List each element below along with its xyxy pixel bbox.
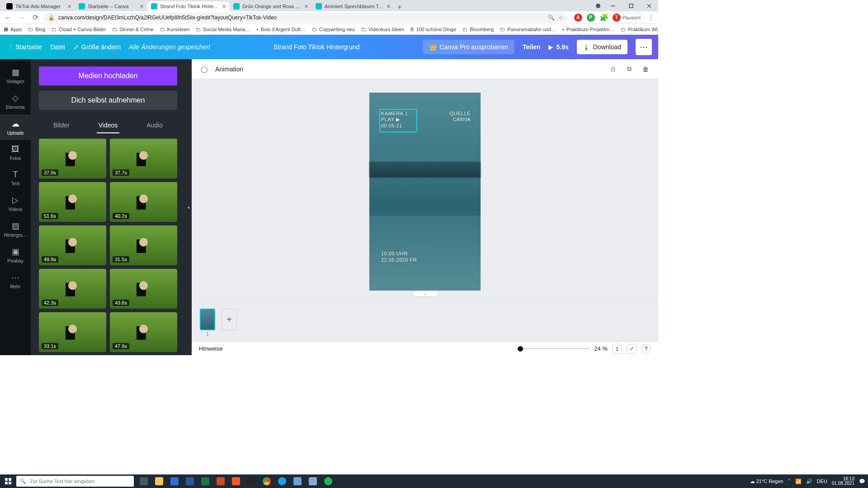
share-button[interactable]: Teilen [523, 43, 540, 51]
design-title[interactable]: Strand Foto Tiktok Hintergrund [218, 43, 415, 51]
video-thumb[interactable]: 42.3s [39, 269, 106, 309]
bookmark-item[interactable]: 🗀Kursideen [160, 27, 190, 32]
tab-1[interactable]: Startseite – Canva ✕ [75, 1, 147, 11]
bookmark-item[interactable]: 🗀Videokurs Ideen [361, 27, 404, 32]
notes-button[interactable]: Hinweise [199, 345, 223, 352]
fullscreen-button[interactable]: ⤢ [627, 344, 637, 354]
back-button[interactable]: ← [3, 12, 14, 23]
tab-images[interactable]: Bilder [52, 118, 71, 133]
rail-more[interactable]: ⋯Mehr [0, 268, 31, 294]
photos-icon: 🖼 [11, 145, 19, 154]
download-button[interactable]: ⭳ Download [577, 40, 627, 54]
upload-media-button[interactable]: Medien hochladen [39, 66, 177, 85]
reload-button[interactable]: ⟳ [30, 12, 41, 23]
tab-0[interactable]: TikTok Ads-Manager ✕ [3, 1, 75, 11]
rail-photos[interactable]: 🖼Fotos [0, 140, 31, 165]
rail-videos[interactable]: ▷Videos [0, 191, 31, 216]
video-thumb[interactable]: 49.9s [39, 225, 106, 265]
rail-pixabay[interactable]: ▣Pixabay [0, 242, 31, 268]
page-thumb-1[interactable]: 1 [200, 309, 215, 330]
close-icon[interactable]: ✕ [387, 4, 391, 9]
slider-knob[interactable] [518, 346, 523, 352]
forward-button[interactable]: → [16, 12, 27, 23]
overlay-datetime[interactable]: 10:00 UHR 22.05.2020 FR [381, 251, 417, 263]
bookmark-item[interactable]: 🗀Bloomberg [462, 27, 494, 32]
collapse-panel-button[interactable]: ◂ [185, 59, 192, 355]
overlay-source[interactable]: QUELLE CANVA [450, 111, 471, 123]
tab-audio[interactable]: Audio [145, 118, 165, 133]
bookmark-item[interactable]: 🗀Panoramabahn und… [500, 27, 556, 32]
file-menu[interactable]: Datei [50, 43, 65, 51]
video-thumb[interactable]: 31.5s [110, 225, 177, 265]
extension-pin-icon[interactable]: P [587, 14, 595, 22]
omnibox[interactable]: 🔒 canva.com/design/DAEl3mLxzhQ/a2lRGeUUe… [43, 13, 568, 23]
help-button[interactable]: ? [641, 344, 651, 354]
extension-abp-icon[interactable]: A [574, 14, 582, 22]
bookmark-apps[interactable]: ▦Apps [4, 26, 22, 32]
folder-icon: 🗀 [312, 27, 317, 32]
video-thumb[interactable]: 40.2s [110, 182, 177, 222]
bookmark-item[interactable]: ▪Bois d'Argent Duft… [257, 27, 306, 32]
minimize-button[interactable] [604, 0, 622, 11]
tab-2[interactable]: Strand Foto Tiktok Hintergrund – ✕ [147, 1, 230, 11]
favicon [316, 3, 322, 9]
play-button[interactable]: ▶ 5.9s [548, 43, 568, 51]
rail-uploads[interactable]: ☁Uploads [0, 114, 31, 140]
profile-chip[interactable]: T Pausiert [611, 13, 644, 23]
duplicate-icon[interactable]: ⧉ [624, 64, 635, 75]
tab-3[interactable]: Grün Orange und Rosa Organisc ✕ [230, 1, 312, 11]
extensions-menu-icon[interactable]: 🧩 [599, 13, 609, 22]
animation-button[interactable]: Animation [215, 66, 243, 73]
zoom-value[interactable]: 24 % [594, 345, 608, 352]
bookmark-item[interactable]: 🗀Blog [28, 27, 45, 32]
star-icon[interactable]: ☆ [558, 14, 563, 21]
url-text: canva.com/design/DAEl3mLxzhQ/a2lRGeUUefp… [58, 14, 544, 21]
close-window-button[interactable] [640, 0, 658, 11]
bookmark-item[interactable]: ▪Praktikum Projektm… [562, 27, 614, 32]
close-icon[interactable]: ✕ [222, 4, 226, 9]
overlay-camera[interactable]: KAMERA 1 PLAY ▶ 00:05:21 [381, 111, 408, 129]
video-thumb[interactable]: 51.6s [39, 182, 106, 222]
resize-button[interactable]: ⤢ Größe ändern [73, 43, 121, 51]
maximize-button[interactable] [622, 0, 640, 11]
page-count-button[interactable]: 1 [612, 344, 622, 354]
zoom-icon[interactable]: 🔍 [548, 14, 555, 21]
try-pro-button[interactable]: 👑 Canva Pro ausprobieren [423, 40, 514, 54]
add-page-icon[interactable]: ⎙ [608, 64, 618, 75]
tab-videos[interactable]: Videos [97, 118, 120, 133]
browser-menu-button[interactable]: ⋮ [646, 14, 656, 21]
bookmark-item[interactable]: 🗀Dinner & Crime [112, 27, 153, 32]
rail-templates[interactable]: ▦Vorlagen [0, 63, 31, 89]
tab-4[interactable]: Animiert Sprechblasen Tiktok-Hi ✕ [312, 1, 394, 11]
bookmark-item[interactable]: 🗀Social Media Mana… [196, 27, 250, 32]
close-icon[interactable]: ✕ [304, 4, 308, 9]
video-thumb[interactable]: 33.1s [39, 312, 106, 352]
close-icon[interactable]: ✕ [140, 4, 144, 9]
bookmark-item[interactable]: 🗀Copywriting neu [312, 27, 355, 32]
video-thumb[interactable]: 43.6s [110, 269, 177, 309]
zoom-slider[interactable] [517, 348, 590, 349]
duration-badge: 31.5s [113, 256, 129, 263]
bookmark-item[interactable]: B100 schöne Dinge [410, 27, 456, 32]
new-tab-button[interactable]: + [394, 3, 405, 11]
video-thumb[interactable]: 37.9s [39, 139, 106, 178]
home-button[interactable]: 〈 Startseite [6, 43, 42, 51]
close-icon[interactable]: ✕ [67, 4, 71, 9]
page-expand-handle[interactable]: ⌄ [412, 291, 438, 297]
rail-background[interactable]: ▨Hintergru… [0, 216, 31, 242]
bookmark-item[interactable]: 🗀Cload + Canva Bilder [52, 27, 106, 32]
add-page-button[interactable]: + [222, 309, 237, 330]
trash-icon[interactable]: 🗑 [640, 64, 651, 75]
avatar: T [613, 14, 621, 22]
design-canvas[interactable]: KAMERA 1 PLAY ▶ 00:05:21 QUELLE CANVA 10… [369, 93, 481, 291]
video-thumb[interactable]: 37.7s [110, 139, 177, 178]
rail-elements[interactable]: ◇Elemente [0, 89, 31, 114]
folder-icon: 🗀 [52, 27, 57, 32]
account-indicator[interactable] [596, 4, 600, 8]
more-menu-button[interactable]: ⋯ [636, 39, 652, 55]
rail-text[interactable]: TText [0, 165, 31, 191]
record-yourself-button[interactable]: Dich selbst aufnehmen [39, 91, 177, 110]
bookmark-item[interactable]: 🗀Praktikum WU [621, 27, 658, 32]
video-thumb[interactable]: 47.9s [110, 312, 177, 352]
canvas-stage[interactable]: KAMERA 1 PLAY ▶ 00:05:21 QUELLE CANVA 10… [192, 79, 658, 304]
